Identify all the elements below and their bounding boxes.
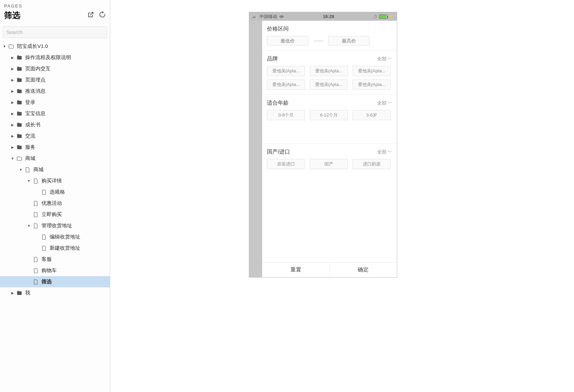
price-max-input[interactable] <box>328 36 370 46</box>
wifi-icon <box>279 15 284 18</box>
brand-chip[interactable]: 爱他美(Apta... <box>310 66 348 76</box>
tree-toggle-icon <box>35 235 39 239</box>
reset-button[interactable]: 重置 <box>262 263 330 277</box>
tree-item[interactable]: 筛选 <box>0 276 110 287</box>
tree-item[interactable]: ▶推送消息 <box>0 86 110 97</box>
page-icon <box>24 167 31 173</box>
tree-item[interactable]: 购物车 <box>0 265 110 276</box>
tree-item-label: 推送消息 <box>25 88 46 94</box>
brand-chip[interactable]: 爱他美(Apta... <box>353 66 391 76</box>
tree-toggle-icon[interactable]: ▼ <box>18 167 23 172</box>
tree-item[interactable]: 新建收货地址 <box>0 243 110 254</box>
search-input[interactable] <box>3 26 107 38</box>
price-dash: —— <box>313 38 323 44</box>
age-chip[interactable]: 0-6个月 <box>267 110 305 120</box>
tree-item[interactable]: ▶我 <box>0 287 110 299</box>
tree-item[interactable]: ▼购买详情 <box>0 175 110 186</box>
folder-open-icon <box>8 43 14 50</box>
tree-item[interactable]: ▶成长书 <box>0 119 110 130</box>
tree-item[interactable]: 客服 <box>0 254 110 265</box>
tree-item[interactable]: ▼陪宝成长V1.0 <box>0 41 110 52</box>
sidebar-header: PAGES 筛选 <box>0 0 110 23</box>
price-min-input[interactable] <box>267 36 308 46</box>
confirm-button[interactable]: 确定 <box>330 263 397 277</box>
tree-item[interactable]: ▼商城 <box>0 153 110 164</box>
svg-rect-3 <box>256 15 257 18</box>
tree-item[interactable]: ▶宝宝信息 <box>0 108 110 119</box>
status-bar: 中国移动 18:28 ⚡ <box>249 12 397 21</box>
origin-all-button[interactable]: 全部﹀ <box>377 149 392 155</box>
tree-toggle-icon <box>27 201 31 206</box>
tree-item[interactable]: ▶页面埋点 <box>0 74 110 86</box>
tree-item[interactable]: ▶服务 <box>0 142 110 153</box>
refresh-icon[interactable] <box>99 11 106 19</box>
tree-toggle-icon[interactable]: ▶ <box>10 291 15 296</box>
tree-toggle-icon <box>27 257 31 262</box>
tree-toggle-icon[interactable]: ▶ <box>10 55 15 60</box>
tree-item[interactable]: ▶交流 <box>0 130 110 142</box>
age-all-button[interactable]: 全部﹀ <box>377 100 392 106</box>
tree-item-label: 登录 <box>25 99 35 106</box>
tree-item-label: 操作流程及权限说明 <box>25 54 71 61</box>
tree-toggle-icon[interactable]: ▶ <box>10 89 15 94</box>
folder-icon <box>16 88 22 94</box>
price-title: 价格区间 <box>267 25 289 33</box>
tree-item-label: 客服 <box>41 256 52 263</box>
signal-icon <box>253 15 257 18</box>
tree-toggle-icon[interactable]: ▼ <box>2 44 7 49</box>
device-frame: 中国移动 18:28 ⚡ 价格区间 —— <box>249 12 397 278</box>
tree-item-label: 商城 <box>25 155 35 162</box>
tree-item[interactable]: ▶操作流程及权限说明 <box>0 52 110 63</box>
folder-icon <box>16 111 22 117</box>
share-icon[interactable] <box>87 11 94 19</box>
folder-icon <box>16 55 22 61</box>
tree-item[interactable]: ▼商城 <box>0 164 110 175</box>
folder-icon <box>16 66 22 72</box>
tree-item[interactable]: ▶页面内交互 <box>0 63 110 74</box>
tree-toggle-icon[interactable]: ▶ <box>10 111 15 116</box>
origin-chip[interactable]: 国产 <box>310 159 348 169</box>
tree-toggle-icon[interactable]: ▼ <box>27 224 31 228</box>
tree-toggle-icon[interactable]: ▶ <box>10 67 15 71</box>
tree-item-label: 新建收货地址 <box>50 245 80 251</box>
tree-toggle-icon <box>35 190 39 195</box>
page-icon <box>33 223 39 229</box>
tree-item[interactable]: ▼管理收货地址 <box>0 220 110 231</box>
svg-rect-2 <box>255 16 256 18</box>
tree-item[interactable]: ▶登录 <box>0 97 110 108</box>
tree-item[interactable]: 编辑收货地址 <box>0 231 110 243</box>
page-icon <box>33 256 39 263</box>
tree-toggle-icon[interactable]: ▶ <box>10 100 15 105</box>
brand-all-button[interactable]: 全部﹀ <box>377 56 392 62</box>
chevron-down-icon: ﹀ <box>387 56 392 62</box>
tree-toggle-icon[interactable]: ▶ <box>10 145 15 150</box>
brand-chip[interactable]: 爱他美(Apta... <box>353 79 391 90</box>
page-icon <box>33 178 39 184</box>
origin-chip[interactable]: 进口奶源 <box>353 159 391 169</box>
brand-chip[interactable]: 爱他美(Apta... <box>310 79 348 90</box>
tree-item[interactable]: 立即购买 <box>0 209 110 220</box>
age-chip[interactable]: 6-12个月 <box>310 110 348 120</box>
page-tree: ▼陪宝成长V1.0▶操作流程及权限说明▶页面内交互▶页面埋点▶推送消息▶登录▶宝… <box>0 41 110 392</box>
age-section: 适合年龄 全部﹀ 0-6个月6-12个月3-6岁 <box>262 95 397 144</box>
tree-toggle-icon[interactable]: ▶ <box>10 78 15 83</box>
page-title: 筛选 <box>4 10 20 21</box>
tree-item[interactable]: 选规格 <box>0 186 110 198</box>
tree-toggle-icon[interactable]: ▼ <box>27 179 31 183</box>
tree-item-label: 陪宝成长V1.0 <box>17 43 48 50</box>
tree-toggle-icon[interactable]: ▼ <box>10 156 15 161</box>
tree-toggle-icon[interactable]: ▶ <box>10 134 15 139</box>
origin-chip[interactable]: 原装进口 <box>267 159 305 169</box>
filter-panel: 价格区间 —— 品牌 全部﹀ 爱他美(Apta...爱他美(Apta...爱他美… <box>262 21 397 277</box>
tree-toggle-icon <box>27 212 31 217</box>
tree-toggle-icon[interactable]: ▶ <box>10 123 15 127</box>
brand-chip[interactable]: 爱他美(Apta... <box>267 66 305 76</box>
carrier-label: 中国移动 <box>259 14 277 20</box>
tree-item-label: 商城 <box>33 166 44 173</box>
tree-item-label: 成长书 <box>25 122 40 128</box>
age-chip[interactable]: 3-6岁 <box>353 110 391 120</box>
tree-item-label: 选规格 <box>50 189 65 195</box>
folder-open-icon <box>16 156 22 162</box>
brand-chip[interactable]: 爱他美(Apta... <box>267 79 305 90</box>
tree-item[interactable]: 优惠活动 <box>0 198 110 209</box>
